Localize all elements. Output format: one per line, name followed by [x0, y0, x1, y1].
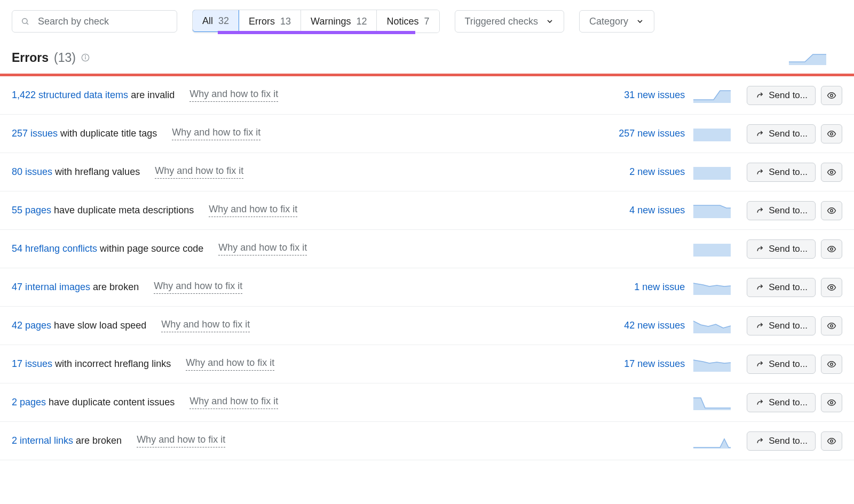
- visibility-button[interactable]: [821, 163, 842, 182]
- send-to-label: Send to...: [769, 397, 808, 408]
- svg-point-9: [831, 247, 833, 250]
- why-link[interactable]: Why and how to fix it: [218, 242, 307, 255]
- send-to-button[interactable]: Send to...: [747, 431, 816, 451]
- issue-link[interactable]: 42 pages: [12, 320, 51, 331]
- filter-tabs: All 32 Errors 13 Warnings 12 Notices 7: [192, 10, 440, 33]
- send-to-button[interactable]: Send to...: [747, 124, 816, 143]
- issue-row: 42 pages have slow load speed Why and ho…: [0, 307, 854, 345]
- issue-link[interactable]: 47 internal images: [12, 282, 90, 292]
- issue-row: 54 hreflang conflicts within page source…: [0, 230, 854, 268]
- search-input-wrap[interactable]: [12, 10, 177, 33]
- tab-count: 7: [424, 16, 430, 27]
- issue-link[interactable]: 257 issues: [12, 128, 58, 139]
- sparkline: [693, 434, 731, 449]
- search-input[interactable]: [37, 15, 168, 28]
- send-to-button[interactable]: Send to...: [747, 316, 816, 335]
- issue-text: have duplicate content issues: [46, 397, 175, 407]
- visibility-button[interactable]: [821, 201, 842, 220]
- send-to-label: Send to...: [769, 90, 808, 101]
- send-to-label: Send to...: [769, 205, 808, 216]
- send-to-button[interactable]: Send to...: [747, 201, 816, 220]
- visibility-button[interactable]: [821, 278, 842, 297]
- visibility-button[interactable]: [821, 393, 842, 412]
- new-issues-link[interactable]: 31 new issues: [578, 90, 685, 101]
- issue-row: 2 internal links are broken Why and how …: [0, 422, 854, 460]
- new-issues-link[interactable]: 257 new issues: [578, 128, 685, 139]
- issue-link[interactable]: 2 internal links: [12, 435, 73, 446]
- issue-row: 257 issues with duplicate title tags Why…: [0, 115, 854, 153]
- visibility-button[interactable]: [821, 431, 842, 451]
- issue-text: with hreflang values: [52, 166, 140, 177]
- search-icon: [21, 17, 29, 26]
- send-to-button[interactable]: Send to...: [747, 86, 816, 105]
- svg-line-1: [27, 23, 28, 25]
- visibility-button[interactable]: [821, 239, 842, 259]
- category-dropdown[interactable]: Category: [579, 10, 654, 33]
- tab-warnings[interactable]: Warnings 12: [301, 10, 377, 33]
- why-link[interactable]: Why and how to fix it: [186, 357, 274, 371]
- svg-point-13: [831, 401, 833, 404]
- new-issues-link[interactable]: 2 new issues: [578, 166, 685, 178]
- send-to-label: Send to...: [769, 129, 808, 139]
- info-icon[interactable]: [81, 51, 90, 65]
- visibility-button[interactable]: [821, 316, 842, 335]
- tab-notices[interactable]: Notices 7: [377, 10, 439, 33]
- why-link[interactable]: Why and how to fix it: [154, 281, 242, 294]
- issue-link[interactable]: 2 pages: [12, 397, 46, 407]
- send-to-button[interactable]: Send to...: [747, 239, 816, 259]
- send-to-button[interactable]: Send to...: [747, 393, 816, 412]
- issue-row: 80 issues with hreflang values Why and h…: [0, 153, 854, 191]
- issue-link[interactable]: 80 issues: [12, 166, 52, 177]
- issue-text: with duplicate title tags: [58, 128, 157, 139]
- visibility-button[interactable]: [821, 355, 842, 374]
- issue-row: 1,422 structured data items are invalid …: [0, 76, 854, 115]
- highlight-underline: [218, 31, 415, 34]
- issue-text: are broken: [73, 435, 122, 446]
- section-count: (13): [54, 51, 76, 65]
- send-to-label: Send to...: [769, 321, 808, 331]
- issue-text: are broken: [90, 282, 139, 292]
- visibility-button[interactable]: [821, 124, 842, 143]
- triggered-checks-dropdown[interactable]: Triggered checks: [455, 10, 564, 33]
- tab-errors[interactable]: Errors 13: [239, 10, 301, 33]
- issue-row: 2 pages have duplicate content issues Wh…: [0, 383, 854, 422]
- svg-point-5: [831, 94, 833, 97]
- why-link[interactable]: Why and how to fix it: [161, 319, 250, 332]
- send-to-label: Send to...: [769, 167, 808, 178]
- why-link[interactable]: Why and how to fix it: [189, 396, 278, 409]
- issue-row: 47 internal images are broken Why and ho…: [0, 268, 854, 307]
- send-to-button[interactable]: Send to...: [747, 278, 816, 297]
- issue-link[interactable]: 17 issues: [12, 358, 52, 369]
- svg-point-12: [831, 363, 833, 365]
- new-issues-link[interactable]: 42 new issues: [578, 320, 685, 331]
- section-title-text: Errors: [12, 51, 49, 65]
- sparkline: [693, 318, 731, 333]
- svg-point-14: [831, 439, 833, 442]
- issue-row: 17 issues with incorrect hreflang links …: [0, 345, 854, 383]
- sparkline: [693, 395, 731, 410]
- new-issues-link[interactable]: 1 new issue: [578, 282, 685, 293]
- why-link[interactable]: Why and how to fix it: [189, 89, 278, 102]
- visibility-button[interactable]: [821, 86, 842, 105]
- why-link[interactable]: Why and how to fix it: [172, 127, 260, 140]
- issue-text: have slow load speed: [51, 320, 146, 331]
- section-sparkline: [789, 50, 826, 65]
- issue-link[interactable]: 54 hreflang conflicts: [12, 243, 97, 254]
- why-link[interactable]: Why and how to fix it: [137, 434, 225, 447]
- issue-link[interactable]: 55 pages: [12, 205, 51, 215]
- send-to-button[interactable]: Send to...: [747, 355, 816, 374]
- why-link[interactable]: Why and how to fix it: [155, 165, 243, 179]
- tab-label: Notices: [386, 16, 418, 27]
- svg-point-8: [831, 209, 833, 212]
- why-link[interactable]: Why and how to fix it: [209, 204, 297, 217]
- issue-link[interactable]: 1,422 structured data items: [12, 90, 128, 100]
- issue-text: have duplicate meta descriptions: [51, 205, 194, 215]
- dropdown-label: Category: [589, 16, 628, 27]
- sparkline: [693, 357, 731, 372]
- tab-count: 13: [280, 16, 291, 27]
- new-issues-link[interactable]: 17 new issues: [578, 358, 685, 370]
- new-issues-link[interactable]: 4 new issues: [578, 205, 685, 216]
- tab-all[interactable]: All 32: [192, 10, 239, 32]
- send-to-button[interactable]: Send to...: [747, 163, 816, 182]
- sparkline: [693, 165, 731, 180]
